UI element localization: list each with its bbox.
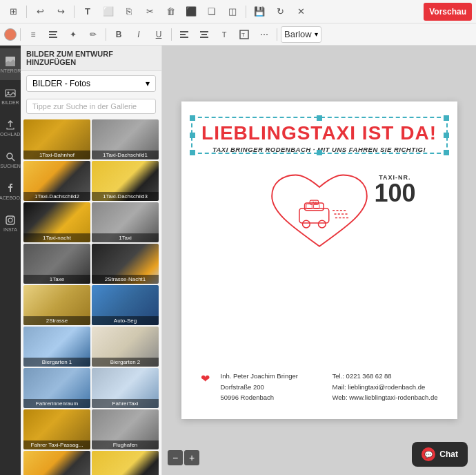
zoom-out-button[interactable]: − xyxy=(168,450,183,465)
more-btn[interactable]: ⋯ xyxy=(255,26,273,43)
gallery-item[interactable]: 1Taxi xyxy=(92,202,159,242)
svg-rect-4 xyxy=(180,34,186,35)
main-area: HINTERGR... BILDER HOCHLAD... SUCHEN FAC… xyxy=(0,46,476,475)
sidebar-item-upload[interactable]: HOCHLAD... xyxy=(0,112,21,144)
gallery-item[interactable]: Flugzeug xyxy=(92,451,159,475)
contact-name: Inh. Peter Joachim Bringer xyxy=(221,371,298,381)
top-toolbar: ⊞ ↩ ↪ T ⬜ ⎘ ✂ 🗑 ⬛ ❏ ◫ 💾 ↻ ✕ Vorschau xyxy=(0,0,476,23)
delete-button[interactable]: 🗑 xyxy=(161,3,179,21)
gallery-item-label: 1Taxi-Dachschild3 xyxy=(92,192,159,201)
cut-button[interactable]: ✂ xyxy=(141,3,159,21)
sidebar-instagram-label: INSTA xyxy=(3,227,17,232)
layers-button[interactable]: ❏ xyxy=(203,3,221,21)
sidebar-item-images[interactable]: BILDER xyxy=(0,80,21,112)
gallery-item[interactable]: 1Taxi-Dachschild1 xyxy=(92,119,159,159)
contact-phone: Tel.: 0221 368 62 88 xyxy=(333,371,438,381)
gallery-item[interactable]: 1Taxi-nacht xyxy=(23,202,90,242)
gallery-item[interactable]: 1Taxe xyxy=(23,244,90,284)
arrange-button[interactable]: ⬛ xyxy=(182,3,200,21)
gallery-item[interactable]: Biergarten 1 xyxy=(23,327,90,367)
save-button[interactable]: 💾 xyxy=(250,3,268,21)
chevron-down-icon: ▾ xyxy=(315,30,318,38)
svg-point-17 xyxy=(8,218,12,222)
underline-btn[interactable]: U xyxy=(150,26,168,43)
gallery-item[interactable]: Auto-Seg xyxy=(92,285,159,325)
svg-point-24 xyxy=(318,220,326,228)
sparkle-btn[interactable]: ✦ xyxy=(64,26,82,43)
pencil-btn[interactable]: ✏ xyxy=(84,26,102,43)
bold-btn[interactable]: B xyxy=(110,26,128,43)
gallery-item[interactable]: Flugzeug xyxy=(23,451,90,475)
zoom-controls: − + xyxy=(168,450,199,465)
redo-button[interactable]: ↪ xyxy=(52,3,70,21)
copy-button[interactable]: ⎘ xyxy=(120,3,138,21)
chat-widget[interactable]: 💬 Chat xyxy=(412,442,468,467)
italic-btn[interactable]: I xyxy=(130,26,148,43)
gallery-item[interactable]: Biergarten 2 xyxy=(92,327,159,367)
dropdown-label: BILDER - Fotos xyxy=(32,79,90,88)
sidebar-item-background[interactable]: HINTERGR... xyxy=(0,48,21,80)
gallery-item-label: Fahrer Taxi-Passag... xyxy=(23,440,90,449)
sidebar-item-instagram[interactable]: INSTA xyxy=(0,207,21,239)
gallery-item[interactable]: 1Taxi-Dachschild2 xyxy=(23,161,90,201)
separator xyxy=(26,6,27,18)
chat-label: Chat xyxy=(439,449,458,459)
svg-rect-3 xyxy=(180,31,188,32)
gallery-item-label: 1Taxi-Bahnhof xyxy=(23,151,90,159)
svg-text:T: T xyxy=(241,32,245,38)
preview-button[interactable]: Vorschau xyxy=(424,3,472,21)
gallery-item[interactable]: 1Taxi-Bahnhof xyxy=(23,119,90,159)
heart-svg: TAXI xyxy=(264,167,375,257)
gallery-item[interactable]: Flughafen xyxy=(92,409,159,449)
gallery-item-label: Biergarten 1 xyxy=(23,358,90,367)
contact-right: Tel.: 0221 368 62 88 Mail: lieblingtaxi@… xyxy=(333,371,438,403)
gallery-grid: 1Taxi-Bahnhof1Taxi-Dachschild11Taxi-Dach… xyxy=(21,117,161,475)
search-field[interactable]: Tippe zur Suche in der Gallerie xyxy=(26,99,156,114)
gallery-item-label: 2Strasse-Nacht1 xyxy=(92,275,159,284)
align-center-btn[interactable] xyxy=(195,26,213,43)
card-title: LIEBLINGSTAXI IST DA! xyxy=(181,101,457,144)
subtitle-text: TAXI BRINGER RODENBACH · MIT UNS FAHREN … xyxy=(212,146,426,153)
chevron-down-icon: ▾ xyxy=(146,79,150,88)
align-btn-1[interactable]: ≡ xyxy=(24,26,42,43)
zoom-in-button[interactable]: + xyxy=(184,450,199,465)
gallery-item-label: FahrerTaxi xyxy=(92,399,159,408)
svg-rect-0 xyxy=(49,31,57,32)
design-card[interactable]: LIEBLINGSTAXI IST DA! TAXI BRINGER RODEN… xyxy=(181,101,457,419)
frame-button[interactable]: ⬜ xyxy=(99,3,117,21)
gallery-item[interactable]: 1Taxi-Dachschild3 xyxy=(92,161,159,201)
separator xyxy=(20,28,21,41)
gallery-item[interactable]: Fahrer Taxi-Passag... xyxy=(23,409,90,449)
undo-button[interactable]: ↩ xyxy=(31,3,49,21)
gallery-item[interactable]: 2Strasse-Nacht1 xyxy=(92,244,159,284)
card-footer: ❤ Inh. Peter Joachim Bringer Dorfstraße … xyxy=(201,371,438,403)
gallery-item-label: 1Taxi xyxy=(92,233,159,242)
font-selector[interactable]: Barlow ▾ xyxy=(281,26,321,43)
color-picker[interactable] xyxy=(4,28,17,41)
image-panel: BILDER ZUM ENTWURF HINZUFÜGEN BILDER - F… xyxy=(21,46,162,475)
sidebar-item-search[interactable]: SUCHEN xyxy=(0,144,21,175)
svg-rect-7 xyxy=(201,34,207,35)
gallery-item[interactable]: Fahrerinnenraum xyxy=(23,368,90,408)
svg-line-15 xyxy=(12,158,14,161)
sidebar-item-facebook[interactable]: FACEBOO... xyxy=(0,175,21,207)
align-left-btn[interactable] xyxy=(175,26,193,43)
taxi-nr-box: TAXI-NR. 100 xyxy=(374,174,415,206)
text-button[interactable]: T xyxy=(79,3,97,21)
svg-rect-16 xyxy=(6,216,14,224)
gallery-item-label: Biergarten 2 xyxy=(92,358,159,367)
taxi-nr-value: 100 xyxy=(374,181,415,206)
stack-button[interactable]: ◫ xyxy=(224,3,241,21)
close-button[interactable]: ✕ xyxy=(292,3,310,21)
refresh-button[interactable]: ↻ xyxy=(271,3,289,21)
text-size-btn[interactable]: T xyxy=(215,26,233,43)
category-dropdown[interactable]: BILDER - Fotos ▾ xyxy=(26,75,156,92)
gallery-item[interactable]: 2Strasse xyxy=(23,285,90,325)
heart-area: TAXI TAXI-NR. 100 xyxy=(181,167,457,257)
align-btn-2[interactable] xyxy=(44,26,62,43)
grid-button[interactable]: ⊞ xyxy=(4,3,22,21)
text-box-btn[interactable]: T xyxy=(235,26,253,43)
gallery-item[interactable]: FahrerTaxi xyxy=(92,368,159,408)
contact-email: Mail: lieblingtaxi@rodenbach.de xyxy=(333,382,438,392)
canvas-area: LIEBLINGSTAXI IST DA! TAXI BRINGER RODEN… xyxy=(162,46,476,475)
